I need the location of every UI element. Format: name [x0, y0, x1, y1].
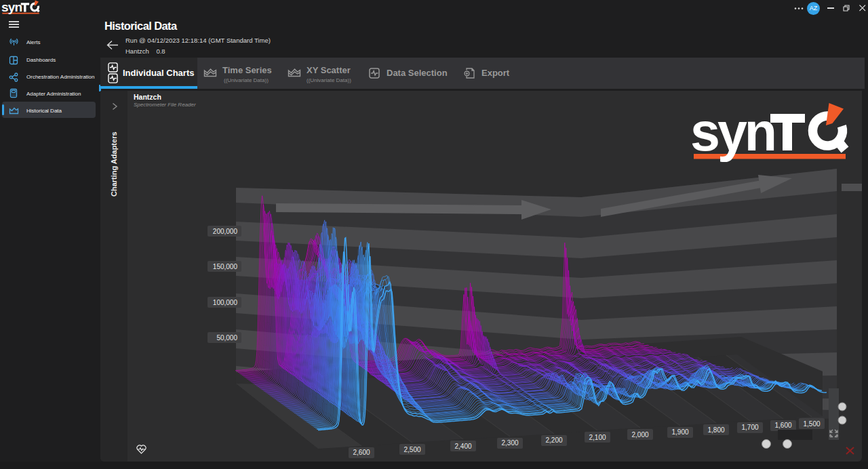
svg-text:syn: syn — [690, 102, 774, 162]
svg-text:150,000: 150,000 — [213, 263, 238, 270]
svg-text:200,000: 200,000 — [213, 228, 238, 235]
svg-text:2,500: 2,500 — [403, 446, 420, 453]
svg-text:2,100: 2,100 — [589, 434, 606, 441]
svg-text:100,000: 100,000 — [213, 299, 238, 306]
svg-text:syn: syn — [1, 0, 22, 14]
svg-text:2,000: 2,000 — [631, 431, 648, 439]
svg-text:1,500: 1,500 — [803, 420, 820, 428]
svg-text:1,700: 1,700 — [741, 424, 758, 431]
svg-text:2,400: 2,400 — [454, 443, 471, 450]
svg-text:1,900: 1,900 — [671, 428, 688, 436]
svg-text:1,600: 1,600 — [774, 422, 791, 429]
svg-text:50,000: 50,000 — [216, 334, 237, 342]
svg-text:2,300: 2,300 — [501, 439, 518, 447]
svg-text:2,200: 2,200 — [545, 436, 562, 444]
svg-text:2,600: 2,600 — [353, 449, 370, 456]
svg-text:1,800: 1,800 — [707, 426, 724, 434]
